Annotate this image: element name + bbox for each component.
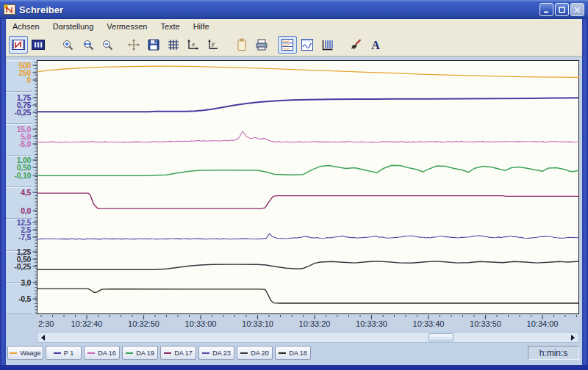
- axis-tick-label: -0,5: [6, 294, 31, 303]
- chart-strip-button[interactable]: [9, 36, 28, 54]
- zoom-out-icon: [101, 37, 115, 52]
- tab-da-20[interactable]: DA 20: [237, 346, 273, 360]
- zoom-in-icon: [61, 37, 76, 52]
- window-border-bottom: [0, 365, 588, 370]
- window-title: Schreiber: [19, 4, 539, 15]
- pan-button[interactable]: [124, 36, 143, 54]
- time-tick-label: 10:33:30: [356, 319, 387, 328]
- tab-color-swatch: [87, 352, 95, 354]
- single-pane-icon: [300, 37, 315, 52]
- trace-da-16: [37, 131, 579, 142]
- text-button[interactable]: A: [366, 36, 385, 54]
- tab-label: P 1: [64, 349, 74, 357]
- x-axis-icon: x: [186, 37, 201, 52]
- vertical-axes-icon: [320, 37, 334, 52]
- toolbar: x y A: [6, 33, 582, 57]
- channel-tab-row: WaageP 1DA 16DA 19DA 17DA 23DA 20DA 18: [7, 346, 311, 360]
- tab-da-16[interactable]: DA 16: [84, 346, 120, 360]
- chart-strip-filled-button[interactable]: [29, 36, 48, 54]
- menu-vermessen[interactable]: Vermessen: [100, 21, 154, 32]
- tab-color-swatch: [54, 352, 61, 354]
- menu-bar: Achsen Darstellung Vermessen Texte Hilfe: [6, 19, 582, 33]
- scroll-right-icon[interactable]: [571, 335, 575, 341]
- minimize-button[interactable]: [539, 3, 553, 16]
- trace-da-23: [37, 233, 579, 239]
- text-icon: A: [368, 37, 383, 52]
- tab-label: Waage: [20, 349, 40, 357]
- tab-waage[interactable]: Waage: [7, 346, 43, 360]
- save-button[interactable]: [144, 36, 163, 54]
- tab-p-1[interactable]: P 1: [46, 346, 82, 360]
- stacked-panes-button[interactable]: [278, 36, 297, 54]
- tab-da-17[interactable]: DA 17: [160, 346, 196, 360]
- axis-tick-label: 0: [6, 76, 31, 84]
- clipboard-button[interactable]: [232, 36, 251, 54]
- axis-tick-label: 0,0: [6, 206, 31, 215]
- window-border-right: [582, 19, 588, 370]
- menu-hilfe[interactable]: Hilfe: [187, 21, 216, 32]
- scrollbar-thumb[interactable]: [429, 333, 453, 341]
- time-tick-label: 10:33:00: [185, 319, 217, 328]
- tab-color-swatch: [126, 352, 133, 354]
- time-tick-label: 10:33:10: [242, 319, 273, 328]
- trace-da-19: [37, 165, 579, 175]
- chart-strip-filled-icon: [31, 37, 46, 52]
- title-bar[interactable]: Schreiber: [0, 0, 588, 19]
- svg-text:A: A: [371, 38, 380, 51]
- menu-darstellung[interactable]: Darstellung: [46, 21, 101, 32]
- clipboard-icon: [234, 37, 249, 52]
- trace-da-18: [37, 289, 579, 303]
- axis-label-panel: 50025001,750,75-0,2515,05,0-5,01,000,50-…: [6, 60, 32, 314]
- zoom-horizontal-button[interactable]: [79, 36, 98, 54]
- vertical-axes-button[interactable]: [318, 36, 337, 54]
- brush-icon: [348, 37, 363, 52]
- menu-achsen[interactable]: Achsen: [6, 21, 46, 32]
- y-axis-icon: y: [206, 37, 220, 52]
- tab-da-18[interactable]: DA 18: [275, 346, 311, 360]
- app-icon: [4, 4, 15, 15]
- axis-tick-label: -0,25: [6, 262, 31, 271]
- trace-da-20: [37, 261, 579, 269]
- x-axis-button[interactable]: x: [184, 36, 203, 54]
- axis-tick-label: 3,0: [6, 278, 31, 287]
- print-icon: [254, 37, 269, 52]
- window-border-left: [0, 19, 6, 370]
- brush-button[interactable]: [346, 36, 365, 54]
- tab-da-19[interactable]: DA 19: [122, 346, 158, 360]
- plot-area[interactable]: [37, 60, 579, 314]
- time-tick-label: 10:33:50: [470, 319, 501, 328]
- zoom-horizontal-icon: [81, 37, 96, 52]
- tab-color-swatch: [240, 352, 248, 354]
- time-tick-label: 10:33:40: [413, 319, 445, 328]
- tab-label: DA 20: [251, 349, 269, 357]
- grid-icon: [166, 37, 181, 52]
- maximize-button[interactable]: [555, 3, 569, 16]
- print-button[interactable]: [252, 36, 271, 54]
- menu-texte[interactable]: Texte: [154, 21, 186, 32]
- single-pane-button[interactable]: [298, 36, 317, 54]
- grid-button[interactable]: [164, 36, 183, 54]
- tab-color-swatch: [202, 352, 209, 354]
- tab-da-23[interactable]: DA 23: [198, 346, 234, 360]
- svg-text:y: y: [211, 40, 215, 47]
- time-tick-label: 10:32:50: [128, 319, 159, 328]
- tab-color-swatch: [164, 352, 171, 354]
- trace-p-1: [37, 98, 579, 112]
- scroll-left-icon[interactable]: [41, 335, 45, 341]
- horizontal-scrollbar[interactable]: [37, 332, 579, 343]
- trace-da-17: [37, 193, 579, 208]
- axis-tick-label: 4,5: [6, 188, 31, 197]
- close-button[interactable]: [570, 3, 584, 16]
- axis-tick-label: -0,25: [6, 108, 31, 117]
- zoom-in-button[interactable]: [59, 36, 78, 54]
- time-tick-label: 10:34:00: [527, 319, 559, 328]
- y-axis-button[interactable]: y: [204, 36, 223, 54]
- tab-label: DA 17: [174, 349, 193, 357]
- time-unit-box: h:min:s: [528, 346, 579, 360]
- time-axis: 2:3010:32:4010:32:5010:33:0010:33:1010:3…: [37, 315, 579, 330]
- tab-label: DA 23: [212, 349, 231, 357]
- tab-label: DA 19: [136, 349, 154, 357]
- pan-icon: [126, 37, 141, 52]
- zoom-out-button[interactable]: [98, 36, 118, 54]
- axis-tick-label: -5,0: [6, 139, 31, 148]
